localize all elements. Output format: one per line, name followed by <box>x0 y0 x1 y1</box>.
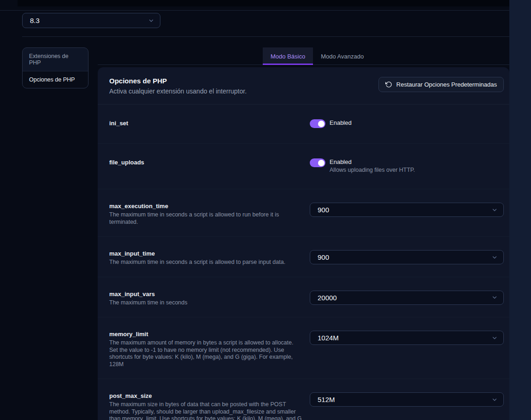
setting-description: The maximum time in seconds a script is … <box>109 211 303 226</box>
setting-description: The maximum amount of memory in bytes a … <box>109 339 303 368</box>
setting-control: Enabled <box>310 120 504 128</box>
php-version-select[interactable]: 8.3 <box>22 13 160 28</box>
setting-row: max_execution_time The maximum time in s… <box>98 189 509 237</box>
php-version-value: 8.3 <box>30 17 40 24</box>
setting-select[interactable]: 20000 <box>310 291 504 305</box>
chevron-down-icon <box>148 18 154 24</box>
setting-toggle[interactable] <box>310 158 325 167</box>
sidebar-item-extensiones-de-php[interactable]: Extensiones de PHP <box>23 48 88 71</box>
panel-title: Opciones de PHP <box>109 77 247 85</box>
panel-header: Opciones de PHP Activa cualquier extensi… <box>98 67 509 105</box>
setting-control: 900 <box>310 250 504 266</box>
setting-row: memory_limit The maximum amount of memor… <box>98 317 509 379</box>
top-divider <box>0 10 509 11</box>
chevron-down-icon <box>491 397 498 403</box>
select-value: 900 <box>318 206 329 214</box>
tab-modo-basico[interactable]: Modo Básico <box>263 47 313 65</box>
setting-description: The maximum time in seconds <box>109 299 303 307</box>
setting-select[interactable]: 512M <box>310 392 504 407</box>
setting-select[interactable]: 1024M <box>310 331 504 345</box>
sidebar-item-opciones-de-php[interactable]: Opciones de PHP <box>23 71 88 88</box>
select-value: 1024M <box>318 334 339 342</box>
settings-sidebar: Extensiones de PHP Opciones de PHP <box>22 47 88 88</box>
settings-list: ini_set Enabled file_uploads Enabled <box>98 105 509 420</box>
setting-control: 20000 <box>310 291 504 307</box>
toggle-knob <box>318 160 324 166</box>
main-content-area: 8.3 Extensiones de PHP Opciones de PHP M… <box>0 0 509 420</box>
setting-row: post_max_size The maximum size in bytes … <box>98 379 509 420</box>
setting-select[interactable]: 900 <box>310 203 504 217</box>
toggle-control: Enabled Allows uploading files over HTTP… <box>310 158 504 174</box>
setting-info: post_max_size The maximum size in bytes … <box>109 392 310 420</box>
select-value: 900 <box>318 253 329 261</box>
toggle-text: Enabled <box>330 119 352 127</box>
chevron-down-icon <box>491 254 498 261</box>
setting-row: ini_set Enabled <box>98 105 509 144</box>
panel-subtitle: Activa cualquier extensión usando el int… <box>109 88 247 95</box>
toggle-knob <box>318 121 324 127</box>
select-value: 512M <box>318 396 335 403</box>
setting-control: 512M <box>310 392 504 420</box>
restore-icon <box>385 81 392 88</box>
setting-info: max_input_time The maximum time in secon… <box>109 250 310 266</box>
toggle-control: Enabled <box>310 119 504 128</box>
setting-row: file_uploads Enabled Allows uploading fi… <box>98 144 509 189</box>
panel-header-text: Opciones de PHP Activa cualquier extensi… <box>109 77 247 95</box>
restore-button-label: Restaurar Opciones Predeterminadas <box>396 81 497 88</box>
setting-info: ini_set <box>109 120 310 128</box>
chevron-down-icon <box>491 335 498 341</box>
setting-description: The maximum size in bytes of data that c… <box>109 401 303 420</box>
toggle-description: Allows uploading files over HTTP. <box>330 167 415 174</box>
setting-row: max_input_vars The maximum time in secon… <box>98 277 509 318</box>
mode-tabs: Modo Básico Modo Avanzado <box>263 47 372 65</box>
setting-name: memory_limit <box>109 331 303 338</box>
setting-info: max_input_vars The maximum time in secon… <box>109 291 310 307</box>
section-divider <box>22 36 509 37</box>
setting-select[interactable]: 900 <box>310 250 504 264</box>
setting-name: post_max_size <box>109 392 303 400</box>
toggle-state-label: Enabled <box>330 158 415 166</box>
toggle-state-label: Enabled <box>330 119 352 127</box>
chevron-down-icon <box>491 294 498 301</box>
toggle-text: Enabled Allows uploading files over HTTP… <box>330 158 415 174</box>
setting-control: 900 <box>310 203 504 226</box>
top-header-strip <box>18 0 509 6</box>
setting-description: The maximum time in seconds a script is … <box>109 259 303 266</box>
restore-defaults-button[interactable]: Restaurar Opciones Predeterminadas <box>378 77 504 92</box>
setting-control: Enabled Allows uploading files over HTTP… <box>310 159 504 174</box>
select-value: 20000 <box>318 294 337 302</box>
setting-name: max_input_time <box>109 250 303 257</box>
setting-name: max_input_vars <box>109 291 303 298</box>
setting-control: 1024M <box>310 331 504 368</box>
setting-row: max_input_time The maximum time in secon… <box>98 237 509 277</box>
setting-info: max_execution_time The maximum time in s… <box>109 203 310 226</box>
setting-info: memory_limit The maximum amount of memor… <box>109 331 310 368</box>
setting-info: file_uploads <box>109 159 310 174</box>
php-options-panel: Opciones de PHP Activa cualquier extensi… <box>98 67 509 420</box>
setting-name: ini_set <box>109 120 303 127</box>
setting-name: max_execution_time <box>109 203 303 210</box>
chevron-down-icon <box>491 207 498 213</box>
setting-name: file_uploads <box>109 159 303 166</box>
setting-toggle[interactable] <box>310 119 325 128</box>
page-background-strip <box>509 0 531 420</box>
tab-modo-avanzado[interactable]: Modo Avanzado <box>313 47 372 65</box>
